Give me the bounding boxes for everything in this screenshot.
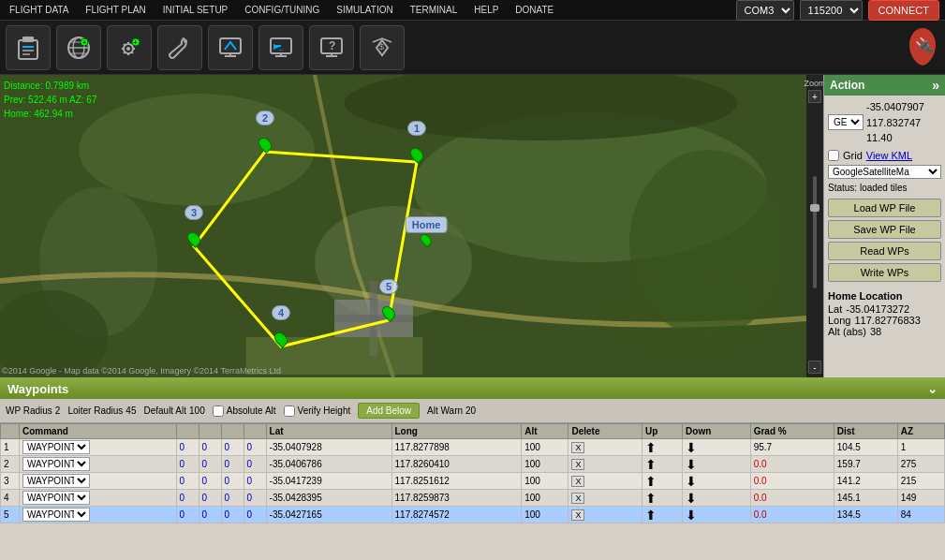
row-up[interactable]: ⬆ [642, 490, 682, 507]
zoom-out-btn[interactable]: - [808, 361, 821, 374]
grid-checkbox[interactable] [828, 150, 839, 161]
delete-row-btn[interactable]: X [571, 459, 584, 470]
read-wps-btn[interactable]: Read WPs [828, 242, 941, 260]
save-wp-file-btn[interactable]: Save WP File [828, 220, 941, 239]
command-select[interactable]: WAYPOINT [22, 508, 90, 522]
zoom-in-btn[interactable]: + [808, 90, 821, 103]
config-toolbar-btn[interactable] [157, 25, 202, 70]
geo-select[interactable]: GEO [828, 114, 864, 130]
row-p4[interactable]: 0 [244, 473, 266, 490]
row-p2[interactable]: 0 [199, 490, 221, 507]
menu-config-tuning[interactable]: CONFIG/TUNING [241, 3, 323, 17]
row-p2[interactable]: 0 [199, 439, 221, 456]
up-btn[interactable]: ⬆ [645, 475, 657, 488]
row-down[interactable]: ⬇ [683, 456, 751, 473]
baud-rate-select[interactable]: 115200 [800, 0, 863, 21]
row-down[interactable]: ⬇ [683, 473, 751, 490]
waypoints-collapse-icon[interactable]: ⌄ [927, 382, 938, 396]
menu-simulation[interactable]: SIMULATION [332, 3, 396, 17]
menu-flight-data[interactable]: FLIGHT DATA [6, 3, 72, 17]
view-kml-link[interactable]: View KML [866, 150, 912, 161]
row-p4[interactable]: 0 [244, 439, 266, 456]
load-wp-file-btn[interactable]: Load WP File [828, 199, 941, 217]
command-select[interactable]: WAYPOINT [22, 457, 90, 471]
command-select[interactable]: WAYPOINT [22, 440, 90, 454]
write-wps-btn[interactable]: Write WPs [828, 263, 941, 282]
simulation-toolbar-btn[interactable] [208, 25, 253, 70]
row-p2[interactable]: 0 [199, 507, 221, 523]
row-delete[interactable]: X [568, 456, 642, 473]
row-command[interactable]: WAYPOINT [20, 439, 177, 456]
delete-row-btn[interactable]: X [571, 442, 584, 453]
row-delete[interactable]: X [568, 507, 642, 523]
home-marker[interactable]: Home [406, 216, 448, 246]
row-command[interactable]: WAYPOINT [20, 473, 177, 490]
down-btn[interactable]: ⬇ [686, 458, 697, 471]
row-up[interactable]: ⬆ [642, 473, 682, 490]
row-p1[interactable]: 0 [176, 439, 199, 456]
command-select[interactable]: WAYPOINT [22, 491, 90, 505]
row-down[interactable]: ⬇ [683, 490, 751, 507]
row-up[interactable]: ⬆ [642, 439, 682, 456]
row-up[interactable]: ⬆ [642, 507, 682, 523]
flight-plan-toolbar-btn[interactable]: + [56, 25, 101, 70]
row-p3[interactable]: 0 [221, 456, 244, 473]
row-p3[interactable]: 0 [221, 490, 244, 507]
up-btn[interactable]: ⬆ [645, 508, 657, 522]
menu-terminal[interactable]: TERMINAL [406, 3, 462, 17]
delete-row-btn[interactable]: X [571, 493, 584, 504]
row-command[interactable]: WAYPOINT [20, 507, 177, 523]
row-delete[interactable]: X [568, 490, 642, 507]
row-delete[interactable]: X [568, 439, 642, 456]
menu-initial-setup[interactable]: INITIAL SETUP [159, 3, 232, 17]
down-btn[interactable]: ⬇ [686, 508, 697, 522]
row-command[interactable]: WAYPOINT [20, 490, 177, 507]
row-command[interactable]: WAYPOINT [20, 456, 177, 473]
map-container[interactable]: Distance: 0.7989 km Prev: 522.46 m AZ: 6… [0, 75, 823, 377]
com-port-select[interactable]: COM3 [736, 0, 794, 21]
add-below-btn[interactable]: Add Below [358, 403, 420, 419]
row-up[interactable]: ⬆ [642, 456, 682, 473]
row-p3[interactable]: 0 [221, 439, 244, 456]
row-p1[interactable]: 0 [176, 490, 199, 507]
row-p4[interactable]: 0 [244, 507, 266, 523]
map-type-select[interactable]: GoogleSatelliteMa [828, 165, 941, 179]
row-p2[interactable]: 0 [199, 456, 221, 473]
connect-button[interactable]: CONNECT [868, 0, 939, 21]
row-down[interactable]: ⬇ [683, 507, 751, 523]
menu-flight-plan[interactable]: FLIGHT PLAN [81, 3, 149, 17]
row-p2[interactable]: 0 [199, 473, 221, 490]
menu-donate[interactable]: DONATE [511, 3, 557, 17]
up-btn[interactable]: ⬆ [645, 441, 657, 454]
waypoint-5[interactable]: 5 [383, 305, 394, 320]
row-p1[interactable]: 0 [176, 473, 199, 490]
flight-data-toolbar-btn[interactable] [6, 25, 51, 70]
verify-height-checkbox[interactable] [284, 405, 295, 417]
terminal-toolbar-btn[interactable]: ▶_ [258, 25, 303, 70]
absolute-alt-checkbox[interactable] [213, 405, 224, 417]
initial-setup-toolbar-btn[interactable]: + [107, 25, 152, 70]
help-toolbar-btn[interactable]: ? [309, 25, 354, 70]
row-p1[interactable]: 0 [176, 507, 199, 523]
row-down[interactable]: ⬇ [683, 439, 751, 456]
donate-toolbar-btn[interactable]: $ [360, 25, 405, 70]
down-btn[interactable]: ⬇ [686, 441, 697, 454]
command-select[interactable]: WAYPOINT [22, 474, 90, 488]
row-delete[interactable]: X [568, 473, 642, 490]
waypoint-4[interactable]: 4 [275, 332, 287, 346]
waypoint-1[interactable]: 1 [411, 147, 422, 162]
up-btn[interactable]: ⬆ [645, 458, 657, 471]
delete-row-btn[interactable]: X [571, 509, 584, 521]
waypoint-2[interactable]: 2 [259, 137, 271, 152]
down-btn[interactable]: ⬇ [686, 475, 697, 488]
delete-row-btn[interactable]: X [571, 476, 584, 487]
row-p4[interactable]: 0 [244, 456, 266, 473]
row-p4[interactable]: 0 [244, 490, 266, 507]
row-p3[interactable]: 0 [221, 507, 244, 523]
row-p1[interactable]: 0 [176, 456, 199, 473]
waypoint-3[interactable]: 3 [188, 231, 199, 246]
up-btn[interactable]: ⬆ [645, 492, 657, 505]
expand-icon[interactable]: » [932, 78, 939, 93]
menu-help[interactable]: HELP [470, 3, 502, 17]
down-btn[interactable]: ⬇ [686, 492, 697, 505]
